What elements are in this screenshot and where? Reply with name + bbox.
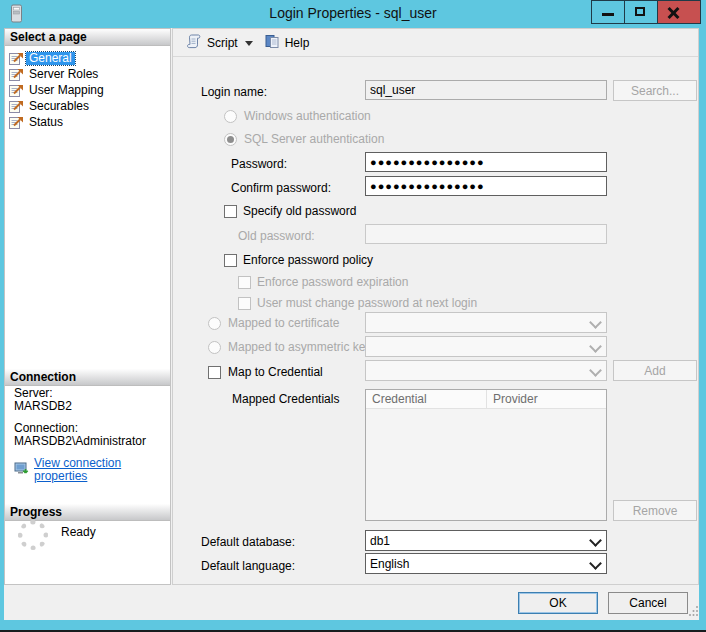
titlebar: Login Properties - sql_user [0, 0, 706, 28]
mapped-asymmetric-label: Mapped to asymmetric key [228, 340, 371, 354]
page-icon [9, 68, 26, 81]
must-change-password-checkbox[interactable] [238, 297, 251, 310]
sidebar-item-status[interactable]: Status [9, 115, 168, 130]
mapped-certificate-radio[interactable] [208, 317, 221, 330]
login-properties-window: Login Properties - sql_user Select a pag… [0, 0, 706, 632]
default-language-label: Default language: [201, 559, 295, 573]
old-password-label: Old password: [238, 229, 315, 243]
mapped-asymmetric-radio[interactable] [208, 341, 221, 354]
chevron-down-icon [589, 534, 602, 547]
mapped-credentials-label: Mapped Credentials [232, 392, 339, 406]
maximize-icon [635, 7, 645, 16]
sidebar-item-label: General [26, 52, 75, 65]
chevron-down-icon [589, 364, 602, 377]
cancel-button[interactable]: Cancel [608, 592, 688, 614]
column-header-provider[interactable]: Provider [487, 390, 606, 409]
certificate-combobox[interactable] [365, 312, 607, 333]
add-button[interactable]: Add [613, 360, 697, 381]
confirm-password-input[interactable] [365, 176, 607, 196]
windows-auth-label: Windows authentication [244, 109, 371, 123]
page-icon [9, 52, 26, 65]
password-label: Password: [231, 157, 287, 171]
chevron-down-icon [589, 316, 602, 329]
sidebar-item-securables[interactable]: Securables [9, 99, 168, 114]
map-credential-label: Map to Credential [228, 365, 323, 379]
asymmetric-key-combobox[interactable] [365, 336, 607, 357]
page-list: General Server Roles User Mapping Secura… [9, 51, 168, 131]
ok-button[interactable]: OK [518, 592, 598, 614]
default-database-value: db1 [370, 534, 390, 548]
sidebar-item-label: User Mapping [26, 84, 107, 97]
help-icon [264, 34, 280, 52]
search-button[interactable]: Search... [613, 80, 697, 101]
must-change-password-label: User must change password at next login [257, 296, 477, 310]
close-button[interactable] [657, 0, 701, 24]
help-button[interactable]: Help [259, 32, 315, 54]
sidebar-item-label: Securables [26, 100, 92, 113]
script-dropdown-caret-icon[interactable] [245, 41, 253, 46]
script-button[interactable]: Script [180, 32, 243, 54]
progress-status-text: Ready [61, 525, 96, 550]
credentials-table[interactable]: Credential Provider [365, 389, 607, 521]
sidebar-item-label: Status [26, 116, 66, 129]
column-header-credential[interactable]: Credential [366, 390, 487, 409]
specify-old-password-checkbox[interactable] [224, 205, 237, 218]
enforce-expiration-checkbox[interactable] [238, 276, 251, 289]
map-credential-checkbox[interactable] [208, 366, 221, 379]
select-a-page-header: Select a page [5, 29, 170, 46]
progress-status: Ready [18, 520, 96, 550]
general-page-panel: Script Help [172, 28, 699, 585]
sidebar: Select a page General Server Roles User … [4, 28, 171, 585]
default-database-combobox[interactable]: db1 [365, 530, 607, 551]
credential-combobox[interactable] [365, 360, 607, 381]
dialog-client-area: Select a page General Server Roles User … [4, 28, 699, 620]
page-icon [9, 84, 26, 97]
help-button-label: Help [285, 36, 310, 50]
script-icon [185, 34, 202, 52]
specify-old-password-label: Specify old password [243, 204, 356, 218]
credentials-table-header: Credential Provider [366, 390, 606, 409]
script-button-label: Script [207, 36, 238, 50]
connection-info: Server: MARSDB2 Connection: MARSDB2\Admi… [14, 387, 166, 483]
resize-grip[interactable] [688, 605, 699, 619]
sidebar-item-server-roles[interactable]: Server Roles [9, 67, 168, 82]
page-icon [9, 116, 26, 129]
mapped-certificate-label: Mapped to certificate [228, 316, 339, 330]
toolbar: Script Help [173, 29, 698, 57]
confirm-password-label: Confirm password: [231, 181, 331, 195]
enforce-policy-label: Enforce password policy [243, 253, 373, 267]
minimize-icon [602, 13, 614, 16]
windows-auth-radio[interactable] [224, 110, 237, 123]
minimize-button[interactable] [591, 0, 625, 24]
old-password-input[interactable] [365, 224, 607, 244]
default-language-combobox[interactable]: English [365, 553, 607, 574]
maximize-button[interactable] [624, 0, 658, 24]
enforce-expiration-label: Enforce password expiration [257, 275, 408, 289]
enforce-policy-checkbox[interactable] [224, 254, 237, 267]
server-value: MARSDB2 [14, 400, 166, 413]
password-input[interactable] [365, 152, 607, 172]
chevron-down-icon [589, 557, 602, 570]
sidebar-item-user-mapping[interactable]: User Mapping [9, 83, 168, 98]
connection-properties-icon [14, 462, 29, 479]
connection-header: Connection [5, 369, 170, 386]
default-language-value: English [370, 557, 409, 571]
progress-header: Progress [5, 504, 170, 521]
login-name-label: Login name: [201, 85, 267, 99]
connection-value: MARSDB2\Administrator [14, 435, 166, 448]
sql-auth-radio[interactable] [224, 133, 237, 146]
sidebar-item-general[interactable]: General [9, 51, 168, 66]
sidebar-item-label: Server Roles [26, 68, 101, 81]
sql-auth-label: SQL Server authentication [244, 132, 384, 146]
page-icon [9, 100, 26, 113]
view-connection-properties-link[interactable]: View connection properties [34, 457, 166, 483]
default-database-label: Default database: [201, 535, 295, 549]
chevron-down-icon [589, 340, 602, 353]
progress-spinner-icon [18, 520, 48, 550]
login-name-input[interactable] [365, 80, 607, 100]
remove-button[interactable]: Remove [613, 500, 697, 521]
